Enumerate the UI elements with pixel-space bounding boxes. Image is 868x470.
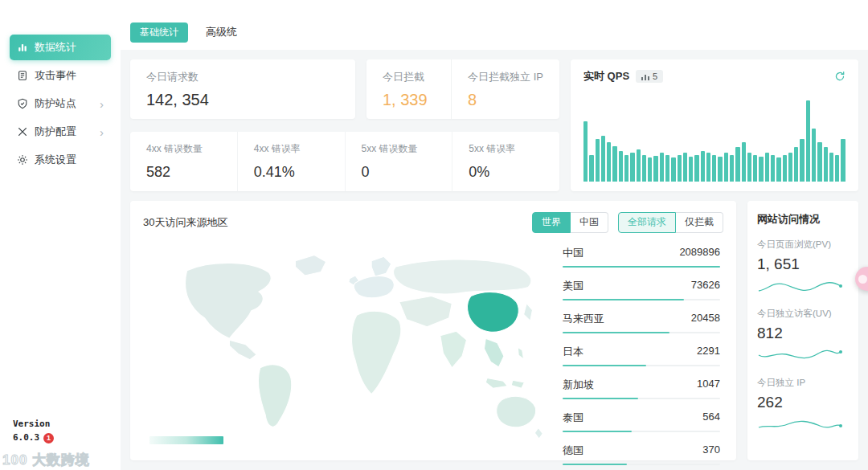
qps-bar <box>765 153 769 182</box>
version-label: Version <box>13 418 54 431</box>
requests-card: 今日请求数 142, 354 <box>130 59 355 119</box>
qps-bar <box>812 129 816 182</box>
country-value: 1047 <box>697 378 720 392</box>
type-toggle-group: 全部请求 仅拦截 <box>618 212 723 233</box>
sidebar-item-data-statistics[interactable]: 数据统计 <box>10 35 111 60</box>
sparkline <box>757 344 842 365</box>
map-region-india <box>440 331 467 368</box>
requests-value: 142, 354 <box>146 91 339 109</box>
qps-badge: 5 <box>636 70 663 83</box>
sidebar-item-label: 系统设置 <box>35 153 76 167</box>
gear-icon <box>17 154 28 166</box>
country-name: 德国 <box>563 443 583 458</box>
qps-bar <box>817 142 821 182</box>
country-bar-track <box>563 266 720 268</box>
qps-bar <box>619 151 623 182</box>
map-region-japan <box>524 303 533 321</box>
qps-bar <box>735 147 739 182</box>
visit-card: 网站访问情况 今日页面浏览(PV)1, 651今日独立访客(UV)812今日独立… <box>747 201 858 460</box>
country-list: 中国2089896美国73626马来西亚20458日本2291新加坡1047泰国… <box>553 238 723 449</box>
country-value: 20458 <box>691 312 720 326</box>
version-info: Version 6.0.31 <box>13 418 54 444</box>
qps-bar <box>706 153 710 182</box>
country-value: 73626 <box>691 279 720 293</box>
qps-bar <box>683 153 687 182</box>
visit-metric-0: 今日页面浏览(PV)1, 651 <box>757 239 849 296</box>
refresh-icon[interactable] <box>834 71 845 82</box>
qps-bar <box>718 157 722 182</box>
map-body: 中国2089896美国73626马来西亚20458日本2291新加坡1047泰国… <box>143 238 723 449</box>
qps-bar <box>829 153 833 182</box>
blocked-card: 今日拦截 1, 339 今日拦截独立 IP 8 <box>366 59 559 119</box>
qps-card: 实时 QPS 5 <box>571 59 858 191</box>
qps-bar <box>806 100 810 182</box>
qps-bar <box>835 155 839 182</box>
qps-bar <box>783 155 787 182</box>
error-stat-3: 5xx 错误率0% <box>452 132 559 191</box>
map-toggles: 世界 中国 全部请求 仅拦截 <box>532 212 723 233</box>
qps-bar <box>724 153 728 182</box>
toggle-blocked-only[interactable]: 仅拦截 <box>676 212 723 233</box>
country-value: 370 <box>702 443 720 458</box>
country-bar <box>563 332 669 333</box>
tab-advanced-statistics[interactable]: 高级统 <box>204 22 239 43</box>
qps-bar <box>583 121 588 182</box>
country-row: 美国73626 <box>563 272 720 305</box>
qps-bar <box>712 155 716 182</box>
qps-bar <box>671 157 675 182</box>
country-bar-track <box>563 299 720 300</box>
blocked-ip-value: 8 <box>468 91 543 109</box>
sidebar-item-attack-events[interactable]: 攻击事件 <box>10 63 111 88</box>
sidebar-item-protection-config[interactable]: 防护配置› <box>10 119 111 145</box>
country-row: 中国2089896 <box>563 239 720 272</box>
qps-bar <box>759 157 763 182</box>
tab-basic-statistics[interactable]: 基础统计 <box>130 22 188 43</box>
visit-metric-label: 今日独立 IP <box>757 377 849 389</box>
qps-bar <box>689 157 693 182</box>
sidebar-item-system-settings[interactable]: 系统设置 <box>10 147 111 173</box>
chevron-right-icon: › <box>100 98 104 110</box>
country-bar <box>563 464 627 465</box>
top-stats-section: 今日请求数 142, 354 今日拦截 1, 339 今日拦截独立 IP 8 <box>130 59 858 191</box>
map-region-europe <box>354 276 394 297</box>
sidebar-item-protected-sites[interactable]: 防护站点› <box>10 91 111 116</box>
error-stat-label: 4xx 错误数量 <box>146 142 221 156</box>
country-name: 美国 <box>563 279 583 293</box>
blocked-ip-stat: 今日拦截独立 IP 8 <box>451 59 559 119</box>
qps-title: 实时 QPS <box>583 69 629 84</box>
bottom-section: 30天访问来源地区 世界 中国 全部请求 仅拦截 <box>130 201 858 460</box>
sidebar-item-label: 数据统计 <box>35 40 76 55</box>
error-stat-value: 0% <box>469 164 543 181</box>
qps-bar <box>601 136 605 182</box>
error-stat-label: 5xx 错误率 <box>469 142 543 156</box>
map-card-header: 30天访问来源地区 世界 中国 全部请求 仅拦截 <box>143 212 723 233</box>
map-region-south-america <box>258 364 291 426</box>
map-region-australia <box>497 396 536 427</box>
sparkline <box>757 275 842 296</box>
qps-bar <box>678 155 682 182</box>
qps-bar <box>642 155 646 182</box>
toggle-china[interactable]: 中国 <box>571 212 608 233</box>
visit-metric-value: 1, 651 <box>757 255 849 273</box>
tab-bar: 基础统计 高级统 <box>121 0 868 50</box>
toggle-all-requests[interactable]: 全部请求 <box>618 212 676 233</box>
update-badge[interactable]: 1 <box>43 433 54 443</box>
attack-event-icon <box>17 70 28 81</box>
visit-metric-1: 今日独立访客(UV)812 <box>757 308 849 365</box>
error-stat-2: 5xx 错误数量0 <box>346 132 453 191</box>
map-card: 30天访问来源地区 世界 中国 全部请求 仅拦截 <box>130 201 736 460</box>
visit-metric-label: 今日独立访客(UV) <box>757 308 849 320</box>
country-bar <box>563 398 638 399</box>
qps-bar <box>794 147 798 182</box>
map-region-indonesia <box>485 378 507 388</box>
region-toggle-group: 世界 中国 <box>532 212 608 233</box>
country-value: 564 <box>702 411 720 425</box>
world-map <box>143 238 553 449</box>
country-bar-track <box>563 332 720 333</box>
qps-bar <box>630 153 634 182</box>
sparkline <box>757 413 842 434</box>
country-name: 泰国 <box>563 411 583 425</box>
qps-bar <box>648 157 652 182</box>
country-bar-track <box>563 365 720 366</box>
toggle-world[interactable]: 世界 <box>532 212 571 233</box>
